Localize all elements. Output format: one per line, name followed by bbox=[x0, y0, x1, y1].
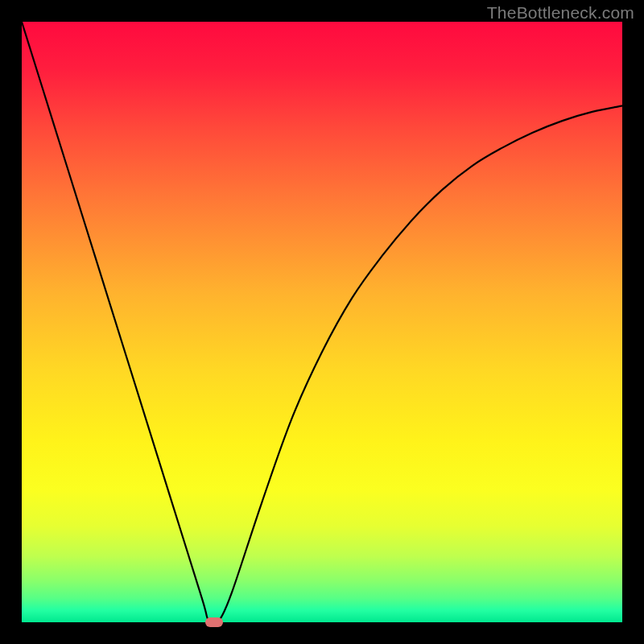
bottleneck-curve bbox=[22, 22, 622, 622]
optimal-point-marker bbox=[205, 617, 223, 627]
watermark-text: TheBottleneck.com bbox=[487, 3, 634, 23]
chart-plot-area bbox=[22, 22, 622, 622]
